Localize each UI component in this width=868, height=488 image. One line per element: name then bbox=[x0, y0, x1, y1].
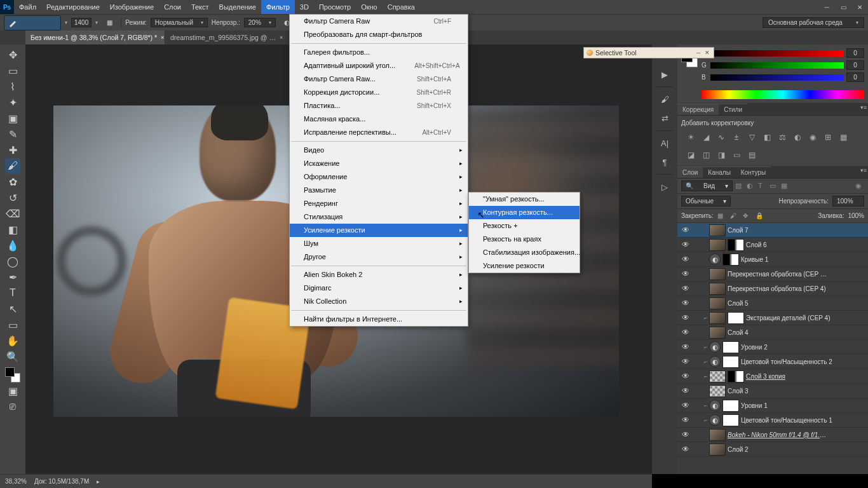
menu-item[interactable]: Фильтр Camera Raw...Shift+Ctrl+A bbox=[290, 72, 468, 86]
properties-panel-icon[interactable]: ⇄ bbox=[658, 111, 672, 125]
layer-thumbnail[interactable] bbox=[709, 224, 726, 236]
colorbalance-icon[interactable]: ⚖ bbox=[776, 132, 788, 143]
b-value[interactable]: 0 bbox=[846, 72, 864, 82]
sharpen-submenu[interactable]: "Умная" резкость...Контурная резкость...… bbox=[468, 192, 580, 273]
menu-окно[interactable]: Окно bbox=[356, 0, 383, 14]
quick-mask-toggle[interactable]: ▣ bbox=[5, 383, 20, 398]
selective-close-icon[interactable]: ✕ bbox=[703, 49, 711, 57]
visibility-icon[interactable]: 👁 bbox=[677, 284, 694, 293]
type-tool[interactable]: T bbox=[5, 285, 20, 301]
submenu-item[interactable]: Усиление резкости bbox=[469, 259, 580, 273]
layer-name[interactable]: Уровни 2 bbox=[741, 344, 768, 351]
threshold-icon[interactable]: ◨ bbox=[715, 149, 727, 161]
menu-item[interactable]: Digimarc▸ bbox=[290, 281, 468, 295]
eyedropper-tool[interactable]: ✎ bbox=[5, 126, 20, 142]
layer-name[interactable]: Слой 7 bbox=[728, 227, 749, 234]
layer-name[interactable]: Цветовой тон/Насыщенность 1 bbox=[741, 417, 832, 424]
menu-item[interactable]: Масляная краска... bbox=[290, 112, 468, 126]
layer-mask-thumbnail[interactable] bbox=[722, 400, 739, 412]
brush-panel-toggle[interactable]: ▦ bbox=[102, 15, 117, 30]
visibility-icon[interactable]: 👁 bbox=[677, 445, 694, 454]
styles-tab[interactable]: Стили bbox=[719, 104, 747, 115]
layer-mask-thumbnail[interactable] bbox=[728, 370, 744, 383]
vibrance-icon[interactable]: ▽ bbox=[746, 132, 757, 143]
document-tab[interactable]: dreamstime_m_99586375.jpg @ …× bbox=[165, 30, 288, 44]
layer-mask-thumbnail[interactable] bbox=[728, 239, 744, 251]
brush-size-field[interactable]: 1400 bbox=[71, 18, 92, 27]
adjustments-tab[interactable]: Коррекция bbox=[677, 104, 719, 115]
layer-row[interactable]: 👁⌐◐Цветовой тон/Насыщенность 1 bbox=[677, 413, 868, 428]
layer-fill-field[interactable]: 100% bbox=[848, 212, 864, 219]
menu-выделение[interactable]: Выделение bbox=[214, 0, 261, 14]
menu-item[interactable]: Усиление резкости▸ bbox=[290, 224, 468, 237]
minimize-button[interactable]: ─ bbox=[818, 1, 835, 13]
close-button[interactable]: ✕ bbox=[851, 1, 868, 13]
layer-mask-thumbnail[interactable] bbox=[722, 356, 739, 368]
filter-shape-icon[interactable]: ▭ bbox=[770, 182, 778, 191]
visibility-icon[interactable]: 👁 bbox=[677, 401, 694, 410]
visibility-icon[interactable]: 👁 bbox=[677, 372, 694, 381]
brush-settings-icon[interactable]: 🖌 bbox=[658, 92, 672, 106]
visibility-icon[interactable]: 👁 bbox=[677, 386, 694, 395]
menu-просмотр[interactable]: Просмотр bbox=[314, 0, 356, 14]
menu-item[interactable]: Nik Collection▸ bbox=[290, 295, 468, 308]
play-panel-icon[interactable]: ▷ bbox=[658, 180, 672, 194]
filter-adj-icon[interactable]: ◐ bbox=[747, 182, 756, 191]
lock-position-icon[interactable]: ✥ bbox=[743, 212, 752, 219]
paragraph-panel-icon[interactable]: ¶ bbox=[658, 155, 672, 169]
visibility-icon[interactable]: 👁 bbox=[677, 342, 694, 351]
menu-item[interactable]: Видео▸ bbox=[290, 144, 468, 157]
invert-icon[interactable]: ◪ bbox=[685, 149, 696, 161]
healing-tool[interactable]: ✚ bbox=[5, 142, 20, 158]
visibility-icon[interactable]: 👁 bbox=[677, 226, 694, 234]
menu-справка[interactable]: Справка bbox=[383, 0, 420, 14]
photofilter-icon[interactable]: ◉ bbox=[807, 132, 818, 143]
layer-thumbnail[interactable] bbox=[709, 239, 726, 251]
tab-close-icon[interactable]: × bbox=[280, 34, 283, 41]
menu-item[interactable]: Коррекция дисторсии...Shift+Ctrl+R bbox=[290, 86, 468, 99]
menu-3d[interactable]: 3D bbox=[295, 0, 314, 14]
menu-item[interactable]: Стилизация▸ bbox=[290, 210, 468, 224]
b-slider[interactable] bbox=[710, 74, 844, 81]
layers-tab[interactable]: Слои bbox=[677, 166, 703, 178]
gradmap-icon[interactable]: ▭ bbox=[731, 149, 742, 161]
panel-menu-icon[interactable]: ▾≡ bbox=[860, 104, 867, 111]
menu-item[interactable]: Преобразовать для смарт-фильтров bbox=[290, 28, 468, 41]
workspace-select[interactable]: Основная рабочая среда▾ bbox=[763, 17, 864, 28]
menu-файл[interactable]: Файл bbox=[14, 0, 41, 14]
layer-mask-thumbnail[interactable] bbox=[722, 341, 739, 353]
layer-thumbnail[interactable] bbox=[709, 297, 726, 309]
submenu-item[interactable]: Резкость на краях bbox=[469, 233, 580, 246]
menu-item[interactable]: Найти фильтры в Интернете... bbox=[290, 313, 468, 326]
paths-tab[interactable]: Контуры bbox=[736, 166, 771, 178]
blend-mode-layers[interactable]: Обычные ▾ bbox=[681, 196, 731, 207]
zoom-tool[interactable]: 🔍 bbox=[5, 349, 20, 364]
visibility-icon[interactable]: 👁 bbox=[677, 430, 694, 439]
submenu-item[interactable]: Резкость + bbox=[469, 219, 580, 233]
layer-row[interactable]: 👁Слой 2 bbox=[677, 442, 868, 457]
submenu-item[interactable]: Стабилизация изображения... bbox=[469, 246, 580, 259]
history-brush-tool[interactable]: ↺ bbox=[5, 190, 20, 205]
layer-filter-kind[interactable]: 🔍Вид▾ bbox=[681, 180, 733, 191]
layer-thumbnail[interactable] bbox=[709, 283, 726, 295]
exposure-icon[interactable]: ± bbox=[731, 132, 742, 143]
layers-panel-menu-icon[interactable]: ▾≡ bbox=[860, 167, 867, 173]
layer-name[interactable]: Перекрестная обработка (CEP 4) bbox=[728, 285, 826, 292]
brightness-icon[interactable]: ☀ bbox=[685, 132, 696, 143]
layer-name[interactable]: Слой 6 bbox=[746, 241, 767, 248]
menu-item[interactable]: Искажение▸ bbox=[290, 157, 468, 170]
menu-item[interactable]: Размытие▸ bbox=[290, 184, 468, 197]
lock-transparency-icon[interactable]: ▦ bbox=[717, 212, 726, 219]
menu-текст[interactable]: Текст bbox=[186, 0, 214, 14]
layer-thumbnail[interactable] bbox=[709, 268, 726, 280]
layer-thumbnail[interactable] bbox=[709, 327, 726, 339]
visibility-icon[interactable]: 👁 bbox=[677, 299, 694, 308]
filter-pixel-icon[interactable]: ▧ bbox=[735, 182, 744, 191]
screen-mode-toggle[interactable]: ⎚ bbox=[5, 399, 20, 414]
r-value[interactable]: 0 bbox=[846, 48, 864, 58]
gradient-tool[interactable]: ◧ bbox=[5, 222, 20, 237]
layer-opacity-field[interactable]: 100% bbox=[832, 196, 864, 207]
layer-thumbnail[interactable]: ◐ bbox=[709, 341, 721, 353]
layer-name[interactable]: Перекрестная обработка (CEP 4) копия bbox=[728, 271, 829, 278]
layer-list[interactable]: 👁Слой 7👁Слой 6👁◐Кривые 1👁Перекрестная об… bbox=[677, 223, 868, 474]
